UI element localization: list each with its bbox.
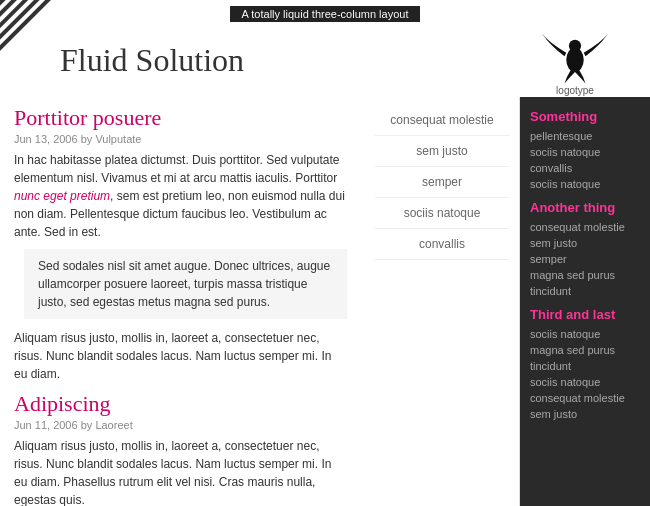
post-1: Porttitor posuere Jun 13, 2006 by Vulput… bbox=[14, 105, 347, 383]
svg-point-4 bbox=[569, 40, 581, 52]
sidebar-section-1-item-2: semper bbox=[520, 251, 650, 267]
sidebar-section-1-item-4: tincidunt bbox=[520, 283, 650, 299]
sidebar-section-2-item-3: sociis natoque bbox=[520, 374, 650, 390]
post-1-date: Jun 13, 2006 bbox=[14, 133, 78, 145]
corner-stripes bbox=[0, 0, 55, 55]
post-2-by: by bbox=[81, 419, 96, 431]
middle-column: consequat molestie sem justo semper soci… bbox=[365, 97, 520, 506]
logo-text: logotype bbox=[556, 85, 594, 96]
sidebar-section-1-title: Another thing bbox=[520, 196, 650, 219]
sidebar-section-0-title: Something bbox=[520, 105, 650, 128]
sidebar-section-1-item-3: magna sed purus bbox=[520, 267, 650, 283]
post-2-author: Laoreet bbox=[95, 419, 132, 431]
sidebar-section-2-item-4: consequat molestie bbox=[520, 390, 650, 406]
post-1-by: by bbox=[81, 133, 96, 145]
header-banner: A totally liquid three-column layout bbox=[0, 0, 650, 24]
mid-item-4: convallis bbox=[375, 229, 509, 260]
post-2-body: Aliquam risus justo, mollis in, laoreet … bbox=[14, 437, 347, 506]
post-1-blockquote: Sed sodales nisl sit amet augue. Donec u… bbox=[24, 249, 347, 319]
sidebar-section-0-item-0: pellentesque bbox=[520, 128, 650, 144]
right-sidebar: Something pellentesque sociis natoque co… bbox=[520, 97, 650, 506]
sidebar-section-2-item-0: sociis natoque bbox=[520, 326, 650, 342]
sidebar-section-0-item-3: sociis natoque bbox=[520, 176, 650, 192]
post-1-text1: In hac habitasse platea dictumst. Duis p… bbox=[14, 153, 340, 185]
layout: Porttitor posuere Jun 13, 2006 by Vulput… bbox=[0, 97, 650, 506]
sidebar-section-0: Something pellentesque sociis natoque co… bbox=[520, 105, 650, 192]
sidebar-section-2-title: Third and last bbox=[520, 303, 650, 326]
mid-item-1: sem justo bbox=[375, 136, 509, 167]
post-1-author: Vulputate bbox=[95, 133, 141, 145]
post-2-title: Adipiscing bbox=[14, 391, 347, 417]
post-2-date: Jun 11, 2006 bbox=[14, 419, 78, 431]
post-1-title: Porttitor posuere bbox=[14, 105, 347, 131]
logo-area: logotype bbox=[540, 25, 610, 96]
sidebar-section-2: Third and last sociis natoque magna sed … bbox=[520, 303, 650, 422]
mid-item-3: sociis natoque bbox=[375, 198, 509, 229]
mid-item-0: consequat molestie bbox=[375, 105, 509, 136]
sidebar-section-2-item-2: tincidunt bbox=[520, 358, 650, 374]
post-2: Adipiscing Jun 11, 2006 by Laoreet Aliqu… bbox=[14, 391, 347, 506]
post-1-body2: Aliquam risus justo, mollis in, laoreet … bbox=[14, 329, 347, 383]
sidebar-section-0-item-2: convallis bbox=[520, 160, 650, 176]
sidebar-section-2-item-5: sem justo bbox=[520, 406, 650, 422]
post-1-meta: Jun 13, 2006 by Vulputate bbox=[14, 133, 347, 145]
sidebar-section-0-item-1: sociis natoque bbox=[520, 144, 650, 160]
post-1-body: In hac habitasse platea dictumst. Duis p… bbox=[14, 151, 347, 241]
main-column: Porttitor posuere Jun 13, 2006 by Vulput… bbox=[0, 97, 365, 506]
sidebar-section-1-item-1: sem justo bbox=[520, 235, 650, 251]
sidebar-section-2-item-1: magna sed purus bbox=[520, 342, 650, 358]
logo-bird-icon bbox=[540, 25, 610, 85]
header-top: Fluid Solution logotype bbox=[0, 24, 650, 97]
sidebar-section-1-item-0: consequat molestie bbox=[520, 219, 650, 235]
mid-item-2: semper bbox=[375, 167, 509, 198]
post-2-meta: Jun 11, 2006 by Laoreet bbox=[14, 419, 347, 431]
sidebar-section-1: Another thing consequat molestie sem jus… bbox=[520, 196, 650, 299]
svg-marker-2 bbox=[0, 0, 55, 55]
banner-label: A totally liquid three-column layout bbox=[230, 6, 421, 22]
post-1-highlight: nunc eget pretium bbox=[14, 189, 110, 203]
